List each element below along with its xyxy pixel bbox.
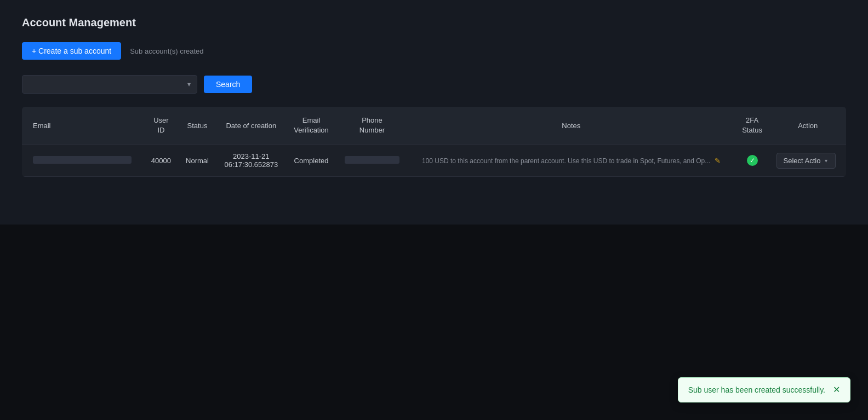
cell-2fa-status: ✓ (735, 145, 770, 177)
col-header-phone-number: PhoneNumber (336, 107, 408, 145)
table-header-row: Email UserID Status Date of creation Ema… (22, 107, 846, 145)
search-row: ▾ Search (22, 75, 846, 94)
cell-action: Select Actio ▾ (770, 145, 846, 177)
col-header-notes: Notes (408, 107, 735, 145)
action-chevron-icon: ▾ (825, 158, 827, 164)
col-header-email: Email (22, 107, 144, 145)
col-header-2fa-status: 2FAStatus (735, 107, 770, 145)
cell-date-of-creation: 2023-11-2106:17:30.652873 (216, 145, 287, 177)
page-title: Account Management (22, 16, 846, 29)
search-select-wrapper: ▾ (22, 75, 197, 94)
2fa-status-icon: ✓ (747, 155, 758, 166)
cell-user-id: 40000 (144, 145, 178, 177)
accounts-table: Email UserID Status Date of creation Ema… (22, 107, 846, 177)
notes-text: 100 USD to this account from the parent … (422, 157, 710, 165)
action-select-button[interactable]: Select Actio ▾ (776, 153, 836, 169)
col-header-status: Status (178, 107, 216, 145)
search-button[interactable]: Search (204, 76, 252, 93)
col-header-user-id: UserID (144, 107, 178, 145)
table-row: 40000 Normal 2023-11-2106:17:30.652873 C… (22, 145, 846, 177)
toast-message: Sub user has been created successfully. (688, 386, 825, 394)
search-select[interactable] (22, 75, 197, 94)
cell-status: Normal (178, 145, 216, 177)
email-redacted-bar (33, 156, 132, 164)
toast-notification: Sub user has been created successfully. … (678, 377, 850, 402)
cell-email (22, 145, 144, 177)
col-header-date-of-creation: Date of creation (216, 107, 287, 145)
tfa-enabled-checkmark: ✓ (747, 155, 758, 166)
cell-email-verification: Completed (286, 145, 336, 177)
create-sub-account-button[interactable]: + Create a sub account (22, 42, 121, 60)
col-header-action: Action (770, 107, 846, 145)
toast-close-button[interactable]: ✕ (833, 386, 840, 394)
edit-notes-icon[interactable]: ✎ (715, 157, 721, 165)
email-verification-value: Completed (294, 157, 329, 165)
toolbar: + Create a sub account Sub account(s) cr… (22, 42, 846, 60)
action-select-label: Select Actio (784, 157, 821, 165)
status-value: Normal (186, 157, 209, 165)
phone-redacted-bar (345, 156, 399, 164)
accounts-table-wrapper: Email UserID Status Date of creation Ema… (22, 107, 846, 177)
sub-account-label: Sub account(s) created (130, 47, 203, 55)
main-panel: Account Management + Create a sub accoun… (0, 0, 868, 225)
cell-notes: 100 USD to this account from the parent … (408, 145, 735, 177)
cell-phone-number (336, 145, 408, 177)
col-header-email-verification: EmailVerification (286, 107, 336, 145)
